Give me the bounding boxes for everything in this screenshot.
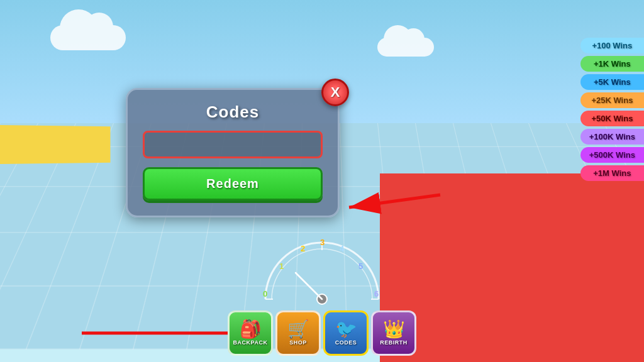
svg-text:5: 5 (358, 261, 363, 271)
rebirth-label: REBIRTH (380, 339, 408, 346)
close-button[interactable]: X (321, 79, 349, 106)
modal-title: Codes (143, 102, 323, 122)
yellow-platform (0, 125, 110, 165)
svg-text:6: 6 (374, 289, 379, 299)
backpack-label: BACKPACK (233, 339, 268, 346)
shop-icon: 🛒 (287, 321, 309, 338)
svg-line-11 (296, 273, 322, 299)
toolbar-btn-rebirth[interactable]: 👑 REBIRTH (371, 310, 416, 356)
win-badge-7[interactable]: +1M Wins (580, 165, 644, 181)
cloud-2 (377, 38, 434, 57)
win-badge-6[interactable]: +500K Wins (580, 147, 644, 163)
red-platform (380, 173, 644, 362)
code-input[interactable] (143, 131, 323, 158)
codes-modal: X Codes Redeem (126, 88, 340, 217)
svg-text:1: 1 (279, 261, 284, 271)
toolbar: 🎒 BACKPACK 🛒 SHOP 🐦 CODES 👑 REBIRTH (228, 310, 416, 356)
toolbar-btn-shop[interactable]: 🛒 SHOP (275, 310, 321, 356)
win-badges-panel: +100 Wins+1K Wins+5K Wins+25K Wins+50K W… (580, 38, 644, 181)
codes-label: CODES (335, 339, 357, 346)
win-badge-4[interactable]: +50K Wins (580, 111, 644, 126)
svg-text:4: 4 (340, 244, 345, 253)
toolbar-btn-codes[interactable]: 🐦 CODES (323, 310, 369, 356)
svg-text:2: 2 (301, 244, 305, 253)
speed-gauge: 0 1 2 3 4 5 6 (259, 236, 385, 305)
win-badge-0[interactable]: +100 Wins (580, 38, 644, 53)
rebirth-icon: 👑 (383, 321, 405, 338)
win-badge-5[interactable]: +100K Wins (580, 129, 644, 145)
toolbar-btn-backpack[interactable]: 🎒 BACKPACK (228, 310, 273, 356)
shop-label: SHOP (289, 339, 307, 346)
win-badge-2[interactable]: +5K Wins (580, 74, 644, 90)
backpack-icon: 🎒 (240, 321, 262, 338)
svg-text:0: 0 (263, 289, 267, 299)
redeem-button[interactable]: Redeem (143, 167, 323, 200)
codes-icon: 🐦 (335, 321, 357, 338)
svg-text:3: 3 (320, 238, 325, 247)
cloud-1 (50, 25, 126, 50)
win-badge-3[interactable]: +25K Wins (580, 92, 644, 108)
win-badge-1[interactable]: +1K Wins (580, 56, 644, 72)
